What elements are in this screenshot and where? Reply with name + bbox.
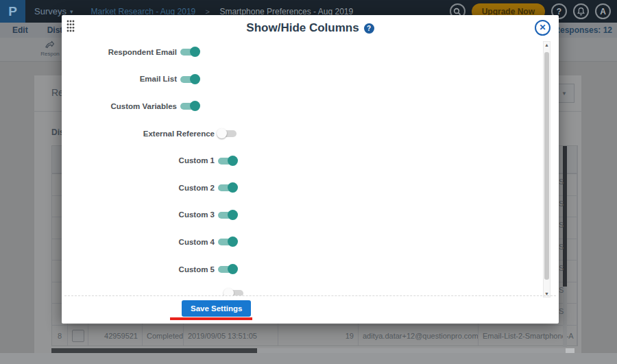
- footer-divider: [64, 295, 556, 296]
- row-checkbox[interactable]: [72, 330, 84, 342]
- table-cell: 2019/09/05 13:51:05: [184, 326, 278, 347]
- truncated-cell-text: S: [559, 307, 564, 315]
- truncated-cell-text: S: [559, 286, 564, 294]
- avatar[interactable]: A: [595, 3, 611, 19]
- table-cell: 8: [52, 326, 68, 347]
- annotation-underline: [170, 317, 252, 320]
- table-row: 842959521Completed2019/09/05 13:51:0519a…: [52, 326, 577, 347]
- toggle-switch[interactable]: [218, 264, 237, 274]
- toggle-row: Respondent Email: [62, 38, 559, 66]
- toggle-switch-partial[interactable]: [225, 288, 243, 295]
- toggle-row: Custom 1: [62, 147, 559, 174]
- table-horizontal-scrollbar-thumb[interactable]: [51, 348, 257, 353]
- toggle-list: Respondent EmailEmail ListCustom Variabl…: [62, 38, 559, 295]
- truncated-cell-text: S: [559, 199, 564, 208]
- toggle-switch[interactable]: [180, 47, 199, 57]
- responses-count: Responses: 12: [554, 25, 617, 35]
- toggle-switch[interactable]: [180, 101, 199, 111]
- truncated-cell-text: S: [559, 243, 564, 251]
- toggle-switch[interactable]: [218, 128, 237, 138]
- truncated-cell-text: S: [559, 264, 564, 272]
- toggle-label: Custom 5: [62, 265, 215, 274]
- show-hide-columns-modal: Show/Hide Columns? ✕ Respondent EmailEma…: [62, 15, 559, 324]
- toggle-label: Respondent Email: [62, 48, 177, 56]
- questionpro-logo[interactable]: P: [0, 0, 25, 23]
- toggle-row: Custom 2: [62, 174, 559, 202]
- toggle-row: External Reference: [62, 120, 559, 147]
- chevron-down-icon: ▼: [561, 90, 567, 97]
- toggle-label: Custom 2: [62, 184, 215, 192]
- toggle-switch[interactable]: [218, 210, 237, 220]
- truncated-cell-text: S: [559, 178, 564, 186]
- notifications-bell-icon[interactable]: [573, 3, 589, 19]
- table-cell: aditya.datar+12@questionpro.com: [359, 326, 479, 347]
- responses-icon: [45, 40, 56, 50]
- breadcrumb-separator: >: [206, 8, 210, 16]
- save-settings-button[interactable]: Save Settings: [182, 300, 251, 317]
- truncated-cell-text: S: [559, 221, 564, 229]
- toggle-switch[interactable]: [218, 236, 237, 247]
- toggle-row: Custom 3: [62, 202, 559, 229]
- close-icon[interactable]: ✕: [535, 20, 551, 36]
- toggle-label: Email List: [62, 75, 177, 83]
- toggle-row: Custom Variables: [62, 93, 559, 120]
- table-cell: [68, 326, 88, 347]
- table-cell: Completed: [143, 326, 184, 347]
- toggle-label: Custom 1: [62, 156, 215, 165]
- toggle-switch[interactable]: [218, 182, 237, 193]
- toggle-switch[interactable]: [218, 156, 237, 166]
- modal-help-icon[interactable]: ?: [364, 23, 374, 34]
- table-cell: 19: [278, 326, 359, 347]
- modal-title: Show/Hide Columns?: [62, 21, 559, 35]
- toggle-label: Custom Variables: [62, 102, 177, 110]
- toggle-label: Custom 4: [62, 238, 215, 246]
- modal-scrollbar-thumb[interactable]: [544, 52, 549, 280]
- toggle-row: Custom 4: [62, 228, 559, 256]
- toggle-row: Custom 5: [62, 256, 559, 283]
- chevron-down-icon: ▾: [70, 8, 73, 15]
- page-footer-strip: [0, 353, 617, 364]
- toggle-label: Custom 3: [62, 210, 215, 219]
- toggle-label: External Reference: [62, 130, 215, 138]
- modal-title-text: Show/Hide Columns: [246, 21, 359, 34]
- tab-responses-label: Respon: [40, 51, 60, 57]
- table-cell: 42959521: [88, 326, 143, 347]
- table-horizontal-scrollbar[interactable]: [51, 348, 574, 353]
- nav-edit[interactable]: Edit: [12, 25, 28, 35]
- scrollbar-end-cap: [566, 348, 574, 353]
- toggle-switch[interactable]: [180, 74, 199, 84]
- scroll-up-arrow-icon[interactable]: ▲: [544, 43, 550, 47]
- toggle-row: Email List: [62, 66, 559, 93]
- modal-scrollbar[interactable]: ▲ ▼: [543, 41, 551, 298]
